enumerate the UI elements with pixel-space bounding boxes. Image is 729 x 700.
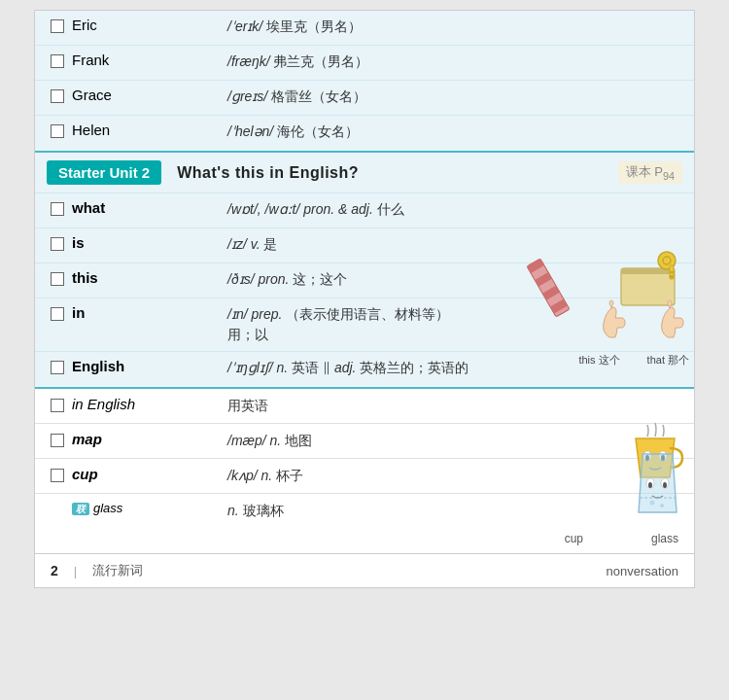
phrase-row-map: map /mæp/ n. 地图	[35, 424, 694, 459]
word-grace: Grace	[72, 87, 227, 103]
word-cup: cup	[72, 466, 227, 482]
def-eric: /ˈerɪk/ 埃里克（男名）	[227, 17, 682, 37]
pointing-hand-1	[592, 298, 631, 351]
def-map: /mæp/ n. 地图	[227, 431, 682, 451]
word-this: this	[72, 269, 227, 286]
def-in-english: 用英语	[227, 396, 682, 416]
def-frank: /fræŋk/ 弗兰克（男名）	[227, 52, 682, 72]
top-vocab-section: Eric /ˈerɪk/ 埃里克（男名） Frank /fræŋk/ 弗兰克（男…	[35, 11, 694, 151]
glass-label: glass	[651, 532, 678, 545]
vocab-row-eric: Eric /ˈerɪk/ 埃里克（男名）	[35, 11, 694, 46]
def-helen: /ˈhelən/ 海伦（女名）	[227, 122, 682, 142]
word-eric: Eric	[72, 17, 227, 33]
vocab-row-this: this /ðɪs/ pron. 这；这个	[35, 263, 694, 298]
def-glass: n. 玻璃杯	[227, 501, 682, 521]
footer: 2 | 流行新词 nonversation	[35, 553, 694, 587]
checkbox-grace[interactable]	[51, 89, 64, 103]
footer-trend-label: 流行新词	[92, 562, 143, 579]
phrase-row-glass: 联glass n. 玻璃杯	[35, 494, 694, 528]
svg-point-20	[650, 501, 654, 505]
unit-badge: Starter Unit 2	[47, 160, 161, 185]
checkbox-map[interactable]	[51, 434, 64, 447]
def-in: /ɪn/ prep. （表示使用语言、材料等）用；以	[227, 304, 461, 345]
vocab-row-grace: Grace /ɡreɪs/ 格雷丝（女名）	[35, 81, 694, 116]
word-frank: Frank	[72, 52, 227, 68]
checkbox-cup[interactable]	[51, 469, 64, 482]
word-is: is	[72, 234, 227, 251]
svg-point-19	[663, 482, 667, 488]
page: Eric /ˈerɪk/ 埃里克（男名） Frank /fræŋk/ 弗兰克（男…	[34, 10, 695, 588]
checkbox-in[interactable]	[51, 307, 64, 321]
checkbox-this[interactable]	[51, 272, 64, 286]
linked-badge: 联	[72, 503, 89, 515]
footer-separator: |	[74, 564, 77, 578]
cup-glass-labels: cup glass	[35, 528, 694, 553]
def-is: /ɪz/ v. 是	[227, 234, 682, 255]
def-grace: /ɡreɪs/ 格雷丝（女名）	[227, 87, 682, 107]
checkbox-eric[interactable]	[51, 19, 64, 33]
this-that-area: this 这个 that 那个	[578, 298, 689, 368]
checkbox-in-english[interactable]	[51, 399, 64, 412]
svg-rect-11	[670, 271, 674, 273]
def-this: /ðɪs/ pron. 这；这个	[227, 269, 682, 290]
svg-rect-10	[670, 275, 674, 278]
svg-point-17	[648, 482, 652, 488]
word-english: English	[72, 358, 227, 374]
word-in: in	[72, 304, 227, 321]
phrase-row-in-english: in English 用英语	[35, 389, 694, 424]
vocab-row-is: is /ɪz/ v. 是	[35, 228, 694, 263]
cup-label: cup	[565, 532, 583, 545]
footer-number: 2	[51, 563, 58, 578]
phrase-row-cup: cup /kʌp/ n. 杯子	[35, 459, 694, 494]
word-helen: Helen	[72, 122, 227, 138]
footer-word: nonversation	[607, 564, 678, 578]
vocab-row-what: what /wɒt/, /wɑːt/ pron. & adj. 什么	[35, 193, 694, 228]
word-what: what	[72, 199, 227, 216]
vocab-row-frank: Frank /fræŋk/ 弗兰克（男名）	[35, 46, 694, 81]
pointing-hand-2	[650, 298, 689, 351]
checkbox-frank[interactable]	[51, 54, 64, 68]
word-map: map	[72, 431, 227, 447]
that-label: that 那个	[647, 353, 689, 368]
def-cup: /kʌp/ n. 杯子	[227, 466, 682, 486]
unit-title: What's this in English?	[177, 164, 617, 182]
checkbox-what[interactable]	[51, 202, 64, 216]
word-in-english: in English	[72, 396, 227, 412]
def-what: /wɒt/, /wɑːt/ pron. & adj. 什么	[227, 199, 682, 220]
checkbox-helen[interactable]	[51, 124, 64, 138]
this-label: this 这个	[578, 353, 619, 368]
glass-illustration	[631, 449, 684, 526]
svg-point-21	[661, 505, 664, 508]
word-glass-linked: 联glass	[72, 501, 227, 516]
phrase-section: in English 用英语 map /mæp/ n. 地图	[35, 387, 694, 553]
this-that-labels: this 这个 that 那个	[578, 353, 689, 368]
unit-ref: 课本 P94	[618, 161, 682, 184]
unit-header: Starter Unit 2 What's this in English? 课…	[35, 151, 694, 193]
main-vocab-section: what /wɒt/, /wɑːt/ pron. & adj. 什么 is /ɪ…	[35, 193, 694, 387]
checkbox-is[interactable]	[51, 237, 64, 251]
vocab-row-helen: Helen /ˈhelən/ 海伦（女名）	[35, 116, 694, 151]
vocab-row-in: in /ɪn/ prep. （表示使用语言、材料等）用；以	[35, 298, 694, 352]
checkbox-english[interactable]	[51, 361, 64, 374]
